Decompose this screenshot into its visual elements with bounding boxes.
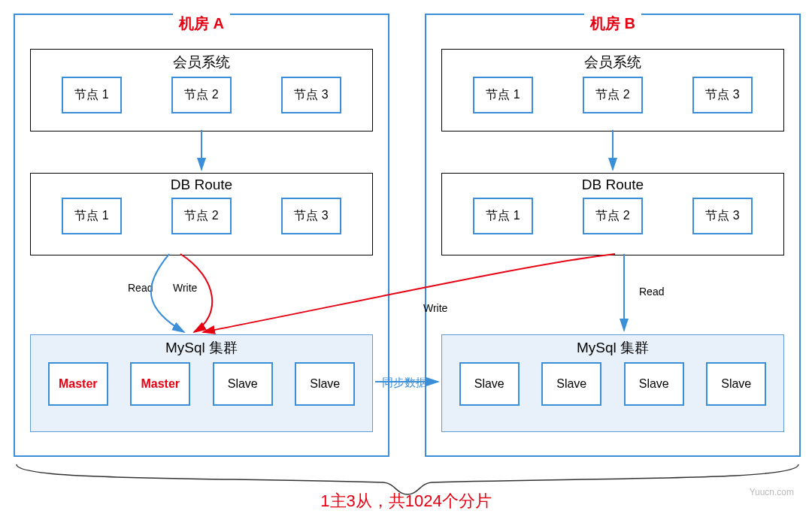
node-box: 节点 3 bbox=[281, 198, 341, 234]
datacenter-a-title: 机房 A bbox=[173, 14, 230, 34]
summary-text: 1主3从，共1024个分片 bbox=[8, 490, 804, 512]
write-label-b: Write bbox=[423, 302, 447, 314]
datacenter-b-frame: 机房 B 会员系统 节点 1 节点 2 节点 3 DB Route 节点 1 节… bbox=[425, 14, 801, 457]
member-system-a-title: 会员系统 bbox=[31, 50, 372, 74]
member-system-b-nodes: 节点 1 节点 2 节点 3 bbox=[442, 74, 783, 116]
mysql-b-nodes: Slave Slave Slave Slave bbox=[442, 359, 783, 409]
mysql-slave-node: Slave bbox=[706, 362, 766, 406]
mysql-cluster-b: MySql 集群 Slave Slave Slave Slave bbox=[441, 334, 784, 432]
mysql-cluster-a-title: MySql 集群 bbox=[31, 335, 372, 359]
mysql-cluster-a: MySql 集群 Master Master Slave Slave bbox=[30, 334, 373, 432]
mysql-slave-node: Slave bbox=[541, 362, 601, 406]
node-box: 节点 1 bbox=[62, 77, 122, 113]
member-system-a: 会员系统 节点 1 节点 2 节点 3 bbox=[30, 49, 373, 132]
node-box: 节点 3 bbox=[692, 77, 753, 113]
read-label-b: Read bbox=[639, 286, 664, 298]
mysql-master-node: Master bbox=[130, 362, 190, 406]
mysql-master-node: Master bbox=[48, 362, 108, 406]
mysql-cluster-b-title: MySql 集群 bbox=[442, 335, 783, 359]
node-box: 节点 2 bbox=[171, 77, 232, 113]
mysql-slave-node: Slave bbox=[213, 362, 273, 406]
write-label-a: Write bbox=[173, 282, 197, 294]
mysql-slave-node: Slave bbox=[624, 362, 684, 406]
db-route-b-title: DB Route bbox=[442, 174, 783, 195]
node-box: 节点 3 bbox=[281, 77, 341, 113]
mysql-slave-node: Slave bbox=[295, 362, 355, 406]
node-box: 节点 3 bbox=[692, 198, 753, 234]
node-box: 节点 1 bbox=[473, 77, 533, 113]
watermark: Yuucn.com bbox=[750, 487, 794, 497]
node-box: 节点 2 bbox=[171, 198, 232, 234]
db-route-b-nodes: 节点 1 节点 2 节点 3 bbox=[442, 195, 783, 237]
member-system-a-nodes: 节点 1 节点 2 节点 3 bbox=[31, 74, 372, 116]
node-box: 节点 1 bbox=[473, 198, 533, 234]
mysql-a-nodes: Master Master Slave Slave bbox=[31, 359, 372, 409]
sync-label: 同步数据 bbox=[382, 376, 427, 390]
db-route-b: DB Route 节点 1 节点 2 节点 3 bbox=[441, 173, 784, 255]
datacenter-a-frame: 机房 A 会员系统 节点 1 节点 2 节点 3 DB Route 节点 1 节… bbox=[14, 14, 389, 457]
node-box: 节点 2 bbox=[583, 198, 643, 234]
node-box: 节点 2 bbox=[583, 77, 643, 113]
db-route-a: DB Route 节点 1 节点 2 节点 3 bbox=[30, 173, 373, 255]
member-system-b-title: 会员系统 bbox=[442, 50, 783, 74]
db-route-a-title: DB Route bbox=[31, 174, 372, 195]
node-box: 节点 1 bbox=[62, 198, 122, 234]
db-route-a-nodes: 节点 1 节点 2 节点 3 bbox=[31, 195, 372, 237]
member-system-b: 会员系统 节点 1 节点 2 节点 3 bbox=[441, 49, 784, 132]
read-label-a: Read bbox=[128, 282, 153, 294]
mysql-slave-node: Slave bbox=[459, 362, 520, 406]
datacenter-b-title: 机房 B bbox=[584, 14, 641, 34]
architecture-canvas: 机房 A 会员系统 节点 1 节点 2 节点 3 DB Route 节点 1 节… bbox=[8, 8, 804, 518]
